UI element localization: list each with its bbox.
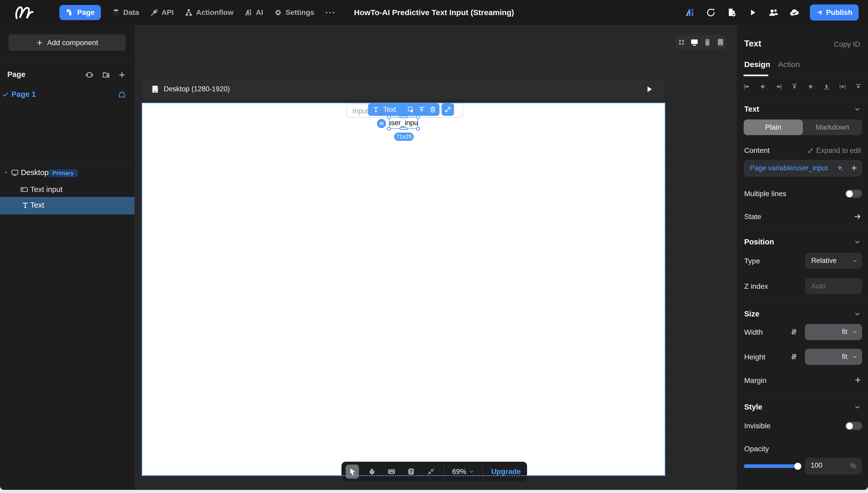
selection-handle-top[interactable] — [399, 115, 408, 118]
width-constraints-icon[interactable] — [790, 328, 798, 336]
distribute-h-icon[interactable] — [839, 83, 846, 90]
pan-tool-button[interactable] — [365, 465, 379, 479]
divider — [737, 77, 868, 77]
chevron-down-icon[interactable] — [854, 311, 861, 318]
shortcuts-button[interactable] — [385, 465, 398, 479]
select-component-icon[interactable] — [407, 106, 414, 113]
align-right-icon[interactable] — [775, 83, 782, 90]
delete-icon[interactable] — [429, 106, 436, 113]
chevron-down-icon[interactable] — [854, 404, 861, 411]
multiple-lines-toggle[interactable] — [845, 190, 862, 198]
page-settings-button[interactable] — [727, 7, 737, 18]
opacity-input[interactable] — [810, 462, 842, 470]
selection-handle-bottom[interactable] — [399, 127, 408, 130]
position-type-dropdown[interactable]: Relative — [805, 253, 862, 269]
nav-data-label: Data — [123, 8, 139, 17]
mode-plain[interactable]: Plain — [744, 120, 803, 135]
mode-markdown[interactable]: Markdown — [803, 120, 862, 135]
opacity-slider-knob[interactable] — [794, 463, 801, 470]
preview-button[interactable] — [747, 7, 758, 18]
content-value[interactable]: Page variable/user_input — [750, 164, 828, 172]
cloud-save-button[interactable] — [789, 7, 799, 18]
width-mode-dropdown[interactable]: fit — [805, 324, 862, 340]
copy-id-button[interactable]: Copy ID — [834, 40, 860, 48]
add-content-icon[interactable] — [850, 164, 858, 172]
zoom-level-dropdown[interactable]: 69% — [451, 468, 476, 476]
height-constraints-icon[interactable] — [790, 353, 798, 360]
tablet-view-icon[interactable] — [716, 38, 725, 46]
momen-ai-button[interactable] — [685, 7, 695, 18]
opacity-slider[interactable] — [744, 464, 802, 468]
state-arrow-icon[interactable] — [854, 213, 862, 220]
ai-icon — [244, 8, 253, 17]
element-drag-handle[interactable] — [377, 119, 386, 128]
nav-settings[interactable]: Settings — [274, 8, 314, 17]
nav-actionflow-label: Actionflow — [196, 8, 233, 17]
cloud-check-icon — [789, 7, 799, 18]
nav-ai[interactable]: AI — [244, 8, 263, 17]
caret-down-icon[interactable] — [4, 171, 8, 174]
chevron-down-icon[interactable] — [854, 239, 861, 245]
expand-element-button[interactable] — [441, 103, 454, 116]
collaborators-button[interactable] — [768, 7, 779, 18]
align-middle-icon[interactable] — [807, 83, 814, 90]
history-refresh-button[interactable] — [706, 7, 716, 18]
frame-play-icon[interactable] — [645, 85, 654, 94]
tab-action[interactable]: Action — [778, 60, 800, 69]
expand-to-edit-button[interactable]: Expand to edit — [807, 147, 861, 155]
add-page-icon[interactable] — [118, 71, 126, 79]
zoom-level-value: 69% — [452, 468, 466, 476]
home-icon — [118, 90, 126, 98]
chevron-down-icon — [852, 329, 858, 335]
momen-logo-icon[interactable] — [14, 4, 39, 21]
align-bottom-icon[interactable] — [823, 83, 830, 90]
shrink-icon — [427, 468, 435, 476]
add-folder-icon[interactable] — [102, 71, 110, 79]
height-label: Height — [744, 353, 765, 361]
add-component-button[interactable]: Add component — [8, 35, 125, 51]
invisible-toggle[interactable] — [845, 422, 862, 430]
tab-design[interactable]: Design — [744, 60, 770, 69]
text-label: Text — [30, 201, 44, 210]
align-top-icon[interactable] — [791, 83, 798, 90]
chevron-down-icon[interactable] — [854, 106, 861, 113]
multiple-lines-label: Multiple lines — [744, 190, 786, 198]
align-left-icon[interactable] — [743, 83, 750, 90]
add-margin-icon[interactable] — [854, 377, 862, 384]
selection-handle-se[interactable] — [416, 127, 420, 131]
z-index-input[interactable] — [805, 278, 862, 294]
publish-button[interactable]: Publish — [810, 4, 859, 21]
tree-item-text-input[interactable]: Text input — [0, 181, 135, 198]
component-icon[interactable] — [86, 71, 93, 79]
ai-sparkle-icon[interactable] — [837, 165, 844, 172]
content-value-field[interactable]: Page variable/user_input — [744, 160, 862, 177]
nav-more-button[interactable]: ··· — [325, 7, 336, 18]
nav-page-label: Page — [77, 8, 95, 17]
align-center-h-icon[interactable] — [759, 83, 766, 90]
nav-page[interactable]: Page — [60, 5, 101, 20]
phone-view-icon[interactable] — [703, 38, 712, 46]
tree-item-text-selected[interactable]: Text — [0, 197, 135, 214]
frame-header-bar[interactable]: Desktop (1280-1920) — [143, 79, 665, 100]
momen-ai-icon — [685, 7, 695, 18]
primary-badge: Primary — [48, 169, 78, 177]
divider — [444, 466, 444, 478]
select-tool-button[interactable] — [346, 465, 359, 479]
nav-actionflow[interactable]: Actionflow — [185, 8, 233, 17]
grid-view-icon[interactable] — [677, 38, 686, 46]
tree-item-desktop[interactable]: Desktop Primary — [0, 164, 135, 181]
selection-handle-sw[interactable] — [387, 127, 391, 131]
sidebar-item-page1[interactable]: Page 1 — [0, 88, 135, 101]
help-button[interactable] — [405, 465, 418, 479]
page-surface[interactable] — [142, 103, 665, 475]
desktop-view-icon[interactable] — [690, 38, 699, 46]
select-parent-icon[interactable] — [418, 106, 426, 113]
upgrade-button[interactable]: Upgrade — [489, 468, 523, 476]
stretch-icon[interactable] — [855, 83, 862, 90]
height-mode-dropdown[interactable]: fit — [805, 349, 862, 365]
fit-view-button[interactable] — [424, 465, 437, 479]
nav-data[interactable]: Data — [112, 8, 139, 17]
input-placeholder: Input — [352, 107, 368, 115]
width-label: Width — [744, 328, 763, 337]
nav-api[interactable]: API — [150, 8, 174, 17]
